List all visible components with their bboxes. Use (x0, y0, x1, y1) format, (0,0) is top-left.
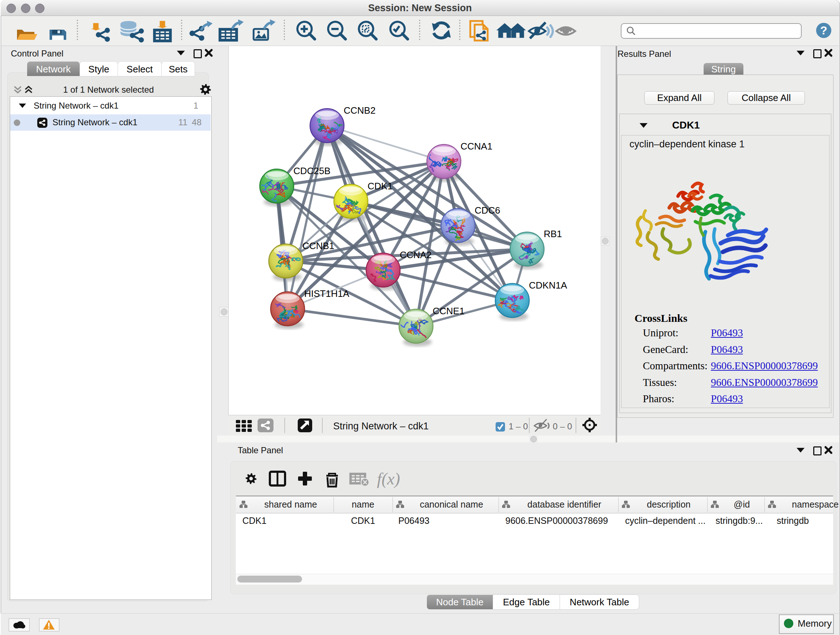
svg-text:CDKN1A: CDKN1A (529, 280, 567, 291)
svg-text:HIST1H1A: HIST1H1A (304, 288, 349, 299)
svg-text:CCNB2: CCNB2 (344, 105, 376, 116)
svg-text:CCNA2: CCNA2 (400, 249, 431, 260)
svg-text:1 – 0: 1 – 0 (508, 421, 528, 431)
svg-text:CDC6: CDC6 (475, 205, 500, 216)
svg-text:CCNB1: CCNB1 (302, 241, 334, 251)
svg-text:0 – 0: 0 – 0 (553, 421, 572, 431)
svg-text:f(x): f(x) (377, 470, 400, 488)
svg-text:String Network – cdk1: String Network – cdk1 (333, 421, 429, 432)
svg-text:CDK1: CDK1 (368, 181, 393, 192)
svg-text:CCNA1: CCNA1 (461, 141, 493, 152)
svg-text:RB1: RB1 (544, 228, 562, 239)
svg-text:CCNE1: CCNE1 (433, 306, 464, 317)
svg-text:CDC25B: CDC25B (294, 165, 331, 176)
